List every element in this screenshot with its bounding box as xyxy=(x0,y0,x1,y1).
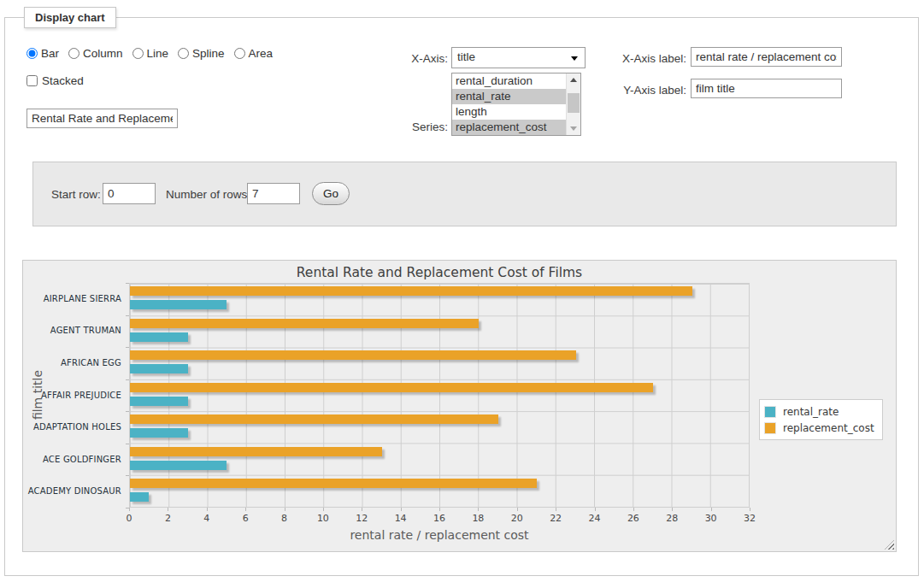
legend-swatch-icon xyxy=(764,422,776,434)
radio-icon[interactable] xyxy=(178,48,189,59)
start-row-label: Start row: xyxy=(51,188,101,201)
x-tick-mark xyxy=(633,508,634,511)
legend-item: replacement_cost xyxy=(764,420,874,436)
x-tick-label: 6 xyxy=(243,513,249,524)
replacement_cost-bar xyxy=(130,479,537,488)
resize-handle-icon[interactable] xyxy=(885,540,894,550)
scroll-down-icon[interactable] xyxy=(567,122,580,135)
chart-title: Rental Rate and Replacement Cost of Film… xyxy=(129,265,750,280)
x-tick-label: 18 xyxy=(472,513,484,524)
replacement_cost-bar xyxy=(130,383,653,392)
x-tick-label: 28 xyxy=(666,513,678,524)
category-label: ACADEMY DINOSAUR xyxy=(23,486,121,497)
x-tick-mark xyxy=(285,508,285,511)
display-chart-fieldset: Display chart BarColumnLineSplineArea St… xyxy=(4,17,919,576)
x-tick-mark xyxy=(245,508,246,511)
rental_rate-bar xyxy=(130,300,227,309)
x-tick-label: 4 xyxy=(203,513,209,524)
number-of-rows-label: Number of rows: xyxy=(166,188,250,201)
stacked-checkbox-row[interactable]: Stacked xyxy=(26,74,84,87)
chart-type-radio-label: Line xyxy=(147,47,169,60)
y-axis-label-input[interactable] xyxy=(691,79,842,98)
x-tick-mark xyxy=(401,508,402,511)
chart-type-radio-group: BarColumnLineSplineArea xyxy=(26,47,282,62)
series-option[interactable]: length xyxy=(452,104,580,120)
x-tick-mark xyxy=(362,508,362,511)
x-tick-label: 8 xyxy=(281,513,287,524)
chart-legend: rental_ratereplacement_cost xyxy=(759,399,883,440)
x-tick-label: 10 xyxy=(317,513,329,524)
y-tick-mark xyxy=(126,379,129,380)
x-tick-mark xyxy=(207,508,208,511)
chart-title-input[interactable] xyxy=(26,109,178,128)
x-axis-label-caption: X-Axis label: xyxy=(552,52,686,65)
replacement_cost-bar xyxy=(130,319,479,328)
go-button[interactable]: Go xyxy=(312,182,350,205)
series-options: rental_durationrental_ratelengthreplacem… xyxy=(452,73,580,135)
radio-icon[interactable] xyxy=(26,48,38,59)
fieldset-legend: Display chart xyxy=(24,7,116,28)
plot-grid xyxy=(129,283,750,508)
x-axis-title: rental rate / replacement cost xyxy=(129,528,750,542)
x-axis-label-input[interactable] xyxy=(691,47,842,67)
x-tick-label: 2 xyxy=(165,513,171,524)
x-tick-label: 24 xyxy=(589,513,601,524)
stacked-checkbox[interactable] xyxy=(26,75,38,86)
start-row-input[interactable] xyxy=(103,183,156,204)
rental_rate-bar xyxy=(130,364,188,373)
x-tick-mark xyxy=(517,508,518,511)
y-tick-mark xyxy=(126,315,129,316)
replacement_cost-bar xyxy=(130,447,382,456)
chart-type-radio-line[interactable]: Line xyxy=(132,47,169,60)
radio-icon[interactable] xyxy=(132,48,144,59)
rental_rate-bar xyxy=(130,428,188,438)
number-of-rows-input[interactable] xyxy=(247,183,300,204)
category-label: AFRICAN EGG xyxy=(23,358,121,368)
x-tick-label: 20 xyxy=(511,513,523,524)
x-axis-selected-value: title xyxy=(457,50,475,63)
chart-panel: Rental Rate and Replacement Cost of Film… xyxy=(22,260,897,552)
x-tick-mark xyxy=(711,508,712,511)
series-option[interactable]: replacement_cost xyxy=(452,120,580,135)
x-tick-label: 22 xyxy=(550,513,562,524)
radio-icon[interactable] xyxy=(68,48,79,59)
category-label: ACE GOLDFINGER xyxy=(23,455,121,465)
x-axis-select-label: X-Axis: xyxy=(364,52,448,65)
chart-type-radio-area[interactable]: Area xyxy=(234,47,274,60)
chart-type-radio-spline[interactable]: Spline xyxy=(178,47,225,60)
replacement_cost-bar xyxy=(130,350,576,360)
x-tick-mark xyxy=(595,508,596,511)
legend-label: replacement_cost xyxy=(783,422,874,434)
x-tick-label: 14 xyxy=(395,513,407,524)
y-tick-mark xyxy=(126,444,129,444)
series-listbox-label: Series: xyxy=(364,121,448,133)
category-label: AGENT TRUMAN xyxy=(23,326,121,336)
radio-icon[interactable] xyxy=(234,48,245,59)
rental_rate-bar xyxy=(130,397,188,406)
legend-item: rental_rate xyxy=(764,403,874,420)
x-tick-mark xyxy=(672,508,673,511)
replacement_cost-bar xyxy=(130,286,692,296)
y-axis-label-caption: Y-Axis label: xyxy=(552,84,686,97)
listbox-scrollbar[interactable] xyxy=(566,73,580,135)
chart-type-radio-label: Area xyxy=(249,47,274,60)
y-tick-mark xyxy=(126,411,129,412)
series-listbox[interactable]: rental_durationrental_ratelengthreplacem… xyxy=(451,73,581,136)
x-tick-mark xyxy=(556,508,556,511)
x-tick-label: 16 xyxy=(433,513,445,524)
legend-label: rental_rate xyxy=(783,406,839,418)
y-tick-mark xyxy=(126,347,129,348)
replacement_cost-bar xyxy=(130,414,498,424)
chart-type-radio-bar[interactable]: Bar xyxy=(26,47,59,60)
chart-type-radio-label: Column xyxy=(83,47,123,60)
stacked-label: Stacked xyxy=(42,74,84,87)
x-tick-mark xyxy=(439,508,440,511)
chart-type-radio-label: Bar xyxy=(41,47,59,60)
y-tick-mark xyxy=(126,283,129,284)
row-controls-panel: Start row: Number of rows: Go xyxy=(32,162,897,226)
rental_rate-bar xyxy=(130,332,188,342)
rental_rate-bar xyxy=(130,492,149,502)
chart-type-radio-column[interactable]: Column xyxy=(68,47,123,60)
y-tick-mark xyxy=(126,475,129,476)
x-tick-label: 0 xyxy=(127,513,132,524)
